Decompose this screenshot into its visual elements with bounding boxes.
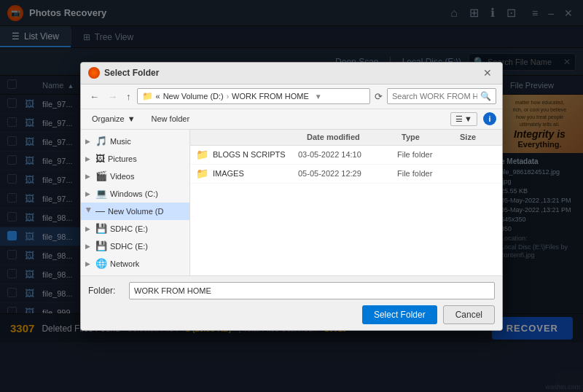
path-chevron: › [227, 93, 229, 101]
network-icon: 🌐 [95, 258, 107, 269]
expand-arrow: ▶ [85, 260, 93, 267]
dialog-overlay: Select Folder ✕ ← → ↑ 📁 « New Volume (D:… [0, 0, 583, 392]
sidebar-item-pictures[interactable]: ▶ 🖼 Pictures [81, 150, 189, 168]
up-button[interactable]: ↑ [123, 90, 134, 103]
expand-arrow: ▶ [85, 155, 93, 162]
sidebar-label-network: Network [110, 259, 139, 268]
expand-arrow: ▶ [85, 225, 93, 232]
select-folder-dialog: Select Folder ✕ ← → ↑ 📁 « New Volume (D:… [80, 62, 503, 331]
addr-path-workfromhome: WORK FROM HOME [232, 92, 309, 101]
sidebar-item-sdhc2[interactable]: ▶ 💾 SDHC (E:) [81, 238, 189, 255]
dialog-search-input[interactable] [392, 92, 477, 101]
dialog-footer: Folder: Select Folder Cancel [81, 275, 502, 330]
sidebar-item-sdhc1[interactable]: ▶ 💾 SDHC (E:) [81, 220, 189, 238]
dialog-file-pane: Date modified Type Size 📁 BLOGS N SCRIPT… [190, 130, 502, 275]
df-col-date[interactable]: Date modified [307, 133, 402, 141]
sidebar-item-videos[interactable]: ▶ 🎬 Videos [81, 168, 189, 185]
dialog-body: ▶ 🎵 Music ▶ 🖼 Pictures ▶ 🎬 Videos ▶ 💻 [81, 130, 502, 275]
sidebar-label-windows: Windows (C:) [110, 189, 158, 198]
dialog-file-row[interactable]: 📁 BLOGS N SCRIPTS 03-05-2022 14:10 File … [190, 146, 502, 165]
expand-arrow: ▶ [85, 190, 93, 197]
dialog-file-row[interactable]: 📁 IMAGES 05-05-2022 12:29 File folder [190, 165, 502, 184]
dialog-search-icon: 🔍 [480, 91, 491, 101]
refresh-button[interactable]: ⟳ [373, 90, 384, 103]
forward-button[interactable]: → [105, 90, 120, 103]
dialog-address-bar: ← → ↑ 📁 « New Volume (D:) › WORK FROM HO… [81, 85, 502, 109]
expand-arrow: ▶ [85, 138, 93, 145]
back-button[interactable]: ← [87, 90, 102, 103]
organize-chevron: ▼ [128, 114, 136, 123]
sidebar-label-sdhc2: SDHC (E:) [110, 242, 148, 251]
df-col-size[interactable]: Size [460, 133, 496, 141]
sidebar-item-windows[interactable]: ▶ 💻 Windows (C:) [81, 185, 189, 203]
sdhc1-icon: 💾 [95, 223, 107, 234]
dialog-logo [88, 67, 100, 79]
new-folder-label: New folder [152, 114, 190, 123]
sidebar-item-music[interactable]: ▶ 🎵 Music [81, 133, 189, 150]
df-type: File folder [397, 150, 455, 159]
sidebar-item-network[interactable]: ▶ 🌐 Network [81, 255, 189, 273]
info-button[interactable]: i [483, 112, 496, 125]
view-icon: ☰ [455, 114, 463, 124]
addr-expand-btn[interactable]: ▼ [315, 93, 322, 101]
music-icon: 🎵 [95, 136, 107, 146]
folder-label: Folder: [88, 286, 125, 296]
dialog-search-box[interactable]: 🔍 [387, 88, 496, 104]
organize-button[interactable]: Organize ▼ [87, 112, 141, 125]
addr-path-part1: « [156, 92, 160, 101]
folder-icon: 📁 [142, 91, 153, 101]
view-chevron: ▼ [464, 114, 472, 123]
dialog-sidebar: ▶ 🎵 Music ▶ 🖼 Pictures ▶ 🎬 Videos ▶ 💻 [81, 130, 190, 275]
sidebar-label-newvolume: New Volume (D [108, 207, 163, 216]
df-type: File folder [397, 169, 455, 178]
organize-label: Organize [92, 114, 125, 123]
folder-icon: 📁 [196, 168, 208, 179]
df-filename: IMAGES [213, 169, 294, 178]
drive-icon: — [95, 205, 105, 216]
sidebar-item-newvolume[interactable]: ▶ — New Volume (D [81, 203, 189, 220]
windows-icon: 💻 [95, 188, 107, 199]
expand-arrow: ▶ [85, 208, 93, 215]
folder-input-row: Folder: [88, 282, 495, 299]
df-col-type[interactable]: Type [402, 133, 460, 141]
videos-icon: 🎬 [95, 170, 107, 181]
pictures-icon: 🖼 [95, 153, 105, 164]
dialog-close-button[interactable]: ✕ [480, 67, 495, 79]
folder-input[interactable] [129, 282, 495, 299]
df-filename: BLOGS N SCRIPTS [213, 150, 294, 159]
expand-arrow: ▶ [85, 243, 93, 250]
dialog-toolbar: Organize ▼ New folder ☰ ▼ i [81, 109, 502, 130]
view-toggle[interactable]: ☰ ▼ [450, 112, 477, 126]
sidebar-label-music: Music [110, 137, 131, 146]
sidebar-label-sdhc1: SDHC (E:) [110, 224, 148, 233]
dialog-button-row: Select Folder Cancel [88, 305, 495, 324]
address-path[interactable]: 📁 « New Volume (D:) › WORK FROM HOME ▼ [137, 88, 371, 104]
sdhc2-icon: 💾 [95, 240, 107, 251]
expand-arrow: ▶ [85, 173, 93, 180]
dialog-title: Select Folder [104, 68, 476, 78]
folder-icon: 📁 [196, 149, 208, 160]
sidebar-label-pictures: Pictures [108, 154, 137, 163]
dialog-title-bar: Select Folder ✕ [81, 63, 502, 85]
select-folder-button[interactable]: Select Folder [362, 305, 437, 324]
sidebar-label-videos: Videos [110, 172, 134, 181]
new-folder-button[interactable]: New folder [146, 112, 195, 125]
df-column-headers: Date modified Type Size [190, 130, 502, 146]
df-date: 05-05-2022 12:29 [298, 169, 393, 178]
addr-path-newvolume: New Volume (D:) [163, 92, 224, 101]
df-date: 03-05-2022 14:10 [298, 150, 393, 159]
cancel-button[interactable]: Cancel [443, 305, 495, 324]
